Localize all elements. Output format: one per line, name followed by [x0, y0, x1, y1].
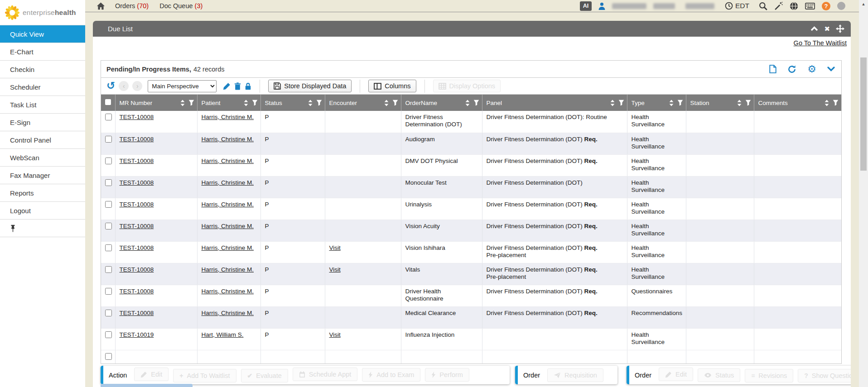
- sidebar-item-logout[interactable]: Logout: [0, 202, 85, 220]
- encounter-visit-link[interactable]: Visit: [329, 331, 341, 338]
- sort-icon[interactable]: [243, 100, 249, 106]
- display-options-button[interactable]: Display Options: [433, 80, 501, 92]
- sidebar-item-fax-manager[interactable]: Fax Manager: [0, 167, 85, 184]
- status-button[interactable]: Status: [698, 368, 740, 382]
- row-checkbox[interactable]: [105, 114, 112, 120]
- timezone-indicator[interactable]: EDT: [725, 2, 749, 10]
- sort-icon[interactable]: [308, 100, 313, 106]
- mr-number-link[interactable]: TEST-10008: [120, 136, 154, 143]
- patient-link[interactable]: Harris, Christine M.: [202, 158, 254, 164]
- header-cell-ordername[interactable]: OrderName: [401, 95, 482, 111]
- filter-funnel-icon[interactable]: [677, 100, 683, 106]
- row-checkbox[interactable]: [105, 136, 112, 143]
- sidebar-item-task-list[interactable]: Task List: [0, 96, 85, 114]
- nav-doc-queue[interactable]: Doc Queue (3): [159, 2, 203, 10]
- patient-link[interactable]: Harris, Christine M.: [202, 288, 254, 295]
- row-checkbox[interactable]: [105, 266, 112, 273]
- requisition-button[interactable]: Requisition: [547, 368, 603, 382]
- edit-button[interactable]: Edit: [659, 368, 693, 381]
- evaluate-button[interactable]: ✔Evaluate: [241, 369, 288, 382]
- mr-number-link[interactable]: TEST-10008: [120, 114, 154, 120]
- lock-icon[interactable]: [245, 82, 251, 90]
- nav-orders[interactable]: Orders (70): [115, 2, 149, 10]
- patient-link[interactable]: Harris, Christine M.: [202, 310, 254, 316]
- move-icon[interactable]: [836, 24, 844, 33]
- header-cell-status[interactable]: Status: [260, 95, 325, 111]
- gear-icon[interactable]: ⚙: [807, 64, 816, 74]
- row-checkbox[interactable]: [105, 331, 112, 338]
- row-checkbox[interactable]: [105, 353, 112, 360]
- row-checkbox[interactable]: [105, 158, 112, 164]
- encounter-visit-link[interactable]: Visit: [329, 244, 341, 251]
- sort-icon[interactable]: [465, 100, 470, 106]
- schedule-appt-button[interactable]: Schedule Appt: [293, 368, 358, 381]
- keyboard-icon[interactable]: [805, 3, 815, 10]
- sidebar-item-reports[interactable]: Reports: [0, 184, 85, 202]
- add-to-exam-button[interactable]: Add to Exam: [362, 368, 420, 382]
- help-icon[interactable]: ?: [822, 2, 830, 10]
- sidebar-item-quick-view[interactable]: Quick View: [0, 25, 85, 43]
- close-icon[interactable]: ✖: [824, 25, 830, 32]
- go-to-waitlist-link[interactable]: Go To The Waitlist: [794, 39, 847, 47]
- row-checkbox[interactable]: [105, 223, 112, 229]
- patient-link[interactable]: Hart, William S.: [202, 331, 244, 338]
- sidebar-item-webscan[interactable]: WebScan: [0, 149, 85, 167]
- sidebar-item-e-sign[interactable]: E-Sign: [0, 114, 85, 131]
- filter-funnel-icon[interactable]: [252, 100, 258, 106]
- filter-funnel-icon[interactable]: [618, 100, 624, 106]
- delete-perspective-icon[interactable]: [234, 82, 241, 90]
- sort-icon[interactable]: [610, 100, 615, 106]
- mr-number-link[interactable]: TEST-10008: [120, 266, 154, 273]
- sort-icon[interactable]: [824, 100, 829, 106]
- header-cell-encounter[interactable]: Encounter: [325, 95, 401, 111]
- patient-link[interactable]: Harris, Christine M.: [202, 136, 254, 143]
- select-all-checkbox[interactable]: [105, 99, 111, 105]
- header-cell-station[interactable]: Station: [686, 95, 754, 111]
- header-cell-patient[interactable]: Patient: [197, 95, 260, 111]
- scrollbar-up-arrow[interactable]: ▲: [859, 0, 868, 8]
- sidebar-item-scheduler[interactable]: Scheduler: [0, 78, 85, 96]
- sidebar-item-checkin[interactable]: Checkin: [0, 61, 85, 78]
- patient-link[interactable]: Harris, Christine M.: [202, 201, 254, 208]
- filter-funnel-icon[interactable]: [316, 100, 322, 106]
- filter-funnel-icon[interactable]: [833, 100, 839, 106]
- home-icon[interactable]: [96, 2, 105, 10]
- sort-icon[interactable]: [384, 100, 389, 106]
- show-questions-button[interactable]: ?Show Questions: [798, 369, 851, 382]
- revisions-button[interactable]: ≡Revisions: [745, 369, 793, 382]
- filter-funnel-icon[interactable]: [392, 100, 398, 106]
- filter-funnel-icon[interactable]: [188, 100, 194, 106]
- mr-number-link[interactable]: TEST-10008: [120, 179, 154, 186]
- refresh-icon[interactable]: [787, 65, 796, 74]
- edit-button[interactable]: Edit: [134, 368, 169, 381]
- mr-number-link[interactable]: TEST-10008: [120, 310, 154, 316]
- row-checkbox[interactable]: [105, 201, 112, 208]
- filter-funnel-icon[interactable]: [473, 100, 479, 106]
- header-cell-select-all[interactable]: [101, 95, 115, 111]
- add-to-waitlist-button[interactable]: +Add To Waitlist: [173, 369, 236, 382]
- forward-icon[interactable]: ›: [132, 81, 142, 91]
- undo-icon[interactable]: ↺: [106, 81, 115, 91]
- vertical-scrollbar[interactable]: ▲: [859, 0, 868, 387]
- mr-number-link[interactable]: TEST-10008: [120, 288, 154, 295]
- mr-number-link[interactable]: TEST-10008: [120, 201, 154, 208]
- patient-link[interactable]: Harris, Christine M.: [202, 179, 254, 186]
- row-checkbox[interactable]: [105, 288, 112, 295]
- globe-icon[interactable]: [790, 2, 798, 10]
- user-icon[interactable]: [598, 2, 605, 10]
- back-icon[interactable]: ‹: [119, 81, 129, 91]
- patient-link[interactable]: Harris, Christine M.: [202, 266, 254, 273]
- patient-link[interactable]: Harris, Christine M.: [202, 244, 254, 251]
- sidebar-pin-button[interactable]: [0, 220, 85, 237]
- patient-link[interactable]: Harris, Christine M.: [202, 114, 254, 120]
- mr-number-link[interactable]: TEST-10019: [120, 331, 154, 338]
- sidebar-item-e-chart[interactable]: E-Chart: [0, 43, 85, 61]
- ai-badge[interactable]: AI: [580, 1, 592, 11]
- sort-icon[interactable]: [737, 100, 742, 106]
- mr-number-link[interactable]: TEST-10008: [120, 223, 154, 229]
- store-displayed-data-button[interactable]: Store Displayed Data: [268, 80, 352, 92]
- perspective-select[interactable]: Main Perspective: [148, 80, 217, 92]
- mr-number-link[interactable]: TEST-10008: [120, 244, 154, 251]
- chevron-down-icon[interactable]: [827, 67, 835, 72]
- columns-button[interactable]: Columns: [368, 80, 416, 92]
